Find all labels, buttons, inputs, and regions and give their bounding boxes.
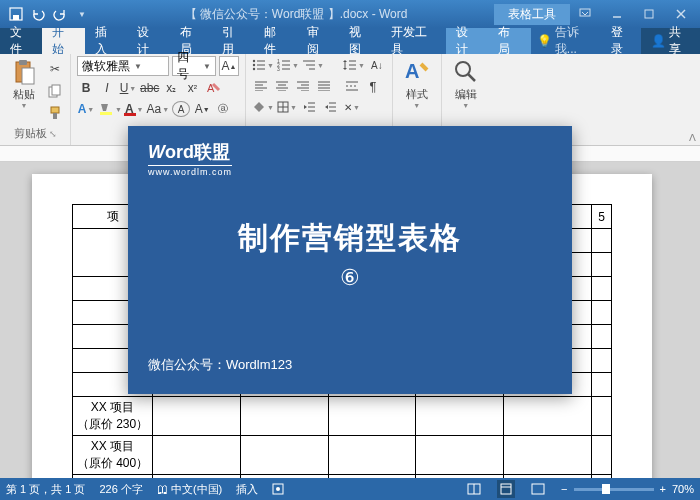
- table-row: XX 项目（原价 400）: [73, 436, 612, 475]
- align-right-icon[interactable]: [294, 77, 312, 95]
- subscript-button[interactable]: x₂: [162, 79, 180, 97]
- svg-text:3: 3: [277, 66, 280, 71]
- close-icon[interactable]: [666, 4, 696, 24]
- editing-button[interactable]: 编辑 ▼: [448, 56, 484, 111]
- svg-rect-16: [124, 113, 136, 116]
- status-words[interactable]: 226 个字: [99, 482, 142, 497]
- tab-references[interactable]: 引用: [212, 28, 254, 54]
- font-size-combo[interactable]: 四号▼: [172, 56, 216, 76]
- status-bar: 第 1 页，共 1 页 226 个字 🕮 中文(中国) 插入 − + 70%: [0, 478, 700, 500]
- superscript-button[interactable]: x²: [183, 79, 201, 97]
- macro-record-icon[interactable]: [272, 483, 284, 495]
- undo-icon[interactable]: [30, 6, 46, 22]
- underline-button[interactable]: U▼: [119, 79, 137, 97]
- tab-home[interactable]: 开始: [42, 28, 84, 54]
- clipboard-launcher-icon[interactable]: ⤡: [49, 129, 57, 139]
- highlight-icon[interactable]: ▼: [98, 100, 122, 118]
- shrink-font-icon[interactable]: A▼: [193, 100, 211, 118]
- numbering-icon[interactable]: 123▼: [277, 56, 299, 74]
- italic-button[interactable]: I: [98, 79, 116, 97]
- enclose-char-icon[interactable]: A: [172, 101, 190, 117]
- qat-dropdown-icon[interactable]: ▼: [74, 6, 90, 22]
- grow-font-icon[interactable]: A▲: [219, 56, 239, 76]
- shading-icon[interactable]: ▼: [252, 98, 274, 116]
- svg-rect-13: [53, 113, 57, 119]
- font-name-combo[interactable]: 微软雅黑▼: [77, 56, 169, 76]
- svg-rect-12: [51, 107, 59, 113]
- contextual-tab-label: 表格工具: [494, 4, 570, 25]
- tab-insert[interactable]: 插入: [85, 28, 127, 54]
- svg-line-66: [468, 74, 475, 81]
- view-web-icon[interactable]: [529, 480, 547, 498]
- bullets-icon[interactable]: ▼: [252, 56, 274, 74]
- zoom-out-button[interactable]: −: [561, 483, 567, 495]
- paste-button[interactable]: 粘贴 ▼: [6, 56, 42, 111]
- justify-icon[interactable]: [315, 77, 333, 95]
- change-case-button[interactable]: Aa▼: [147, 100, 170, 118]
- tell-me[interactable]: 💡告诉我...: [531, 28, 603, 54]
- tab-file[interactable]: 文件: [0, 28, 42, 54]
- font-color-icon[interactable]: A▼: [125, 100, 144, 118]
- redo-icon[interactable]: [52, 6, 68, 22]
- table-row: XX 项目（原价 230）: [73, 397, 612, 436]
- tab-table-layout[interactable]: 布局: [488, 28, 530, 54]
- maximize-icon[interactable]: [634, 4, 664, 24]
- minimize-icon[interactable]: [602, 4, 632, 24]
- svg-point-65: [456, 62, 470, 76]
- svg-text:A: A: [405, 60, 419, 82]
- tab-view[interactable]: 视图: [339, 28, 381, 54]
- tab-mailings[interactable]: 邮件: [254, 28, 296, 54]
- strikethrough-button[interactable]: abc: [140, 79, 159, 97]
- svg-point-19: [253, 64, 255, 66]
- zoom-slider[interactable]: [574, 488, 654, 491]
- format-painter-icon[interactable]: [46, 104, 64, 122]
- styles-button[interactable]: A 样式 ▼: [399, 56, 435, 111]
- text-effects-icon[interactable]: A▼: [77, 100, 95, 118]
- distributed-icon[interactable]: [343, 77, 361, 95]
- tab-table-design[interactable]: 设计: [446, 28, 488, 54]
- align-center-icon[interactable]: [273, 77, 291, 95]
- zoom-control: − + 70%: [561, 483, 694, 495]
- zoom-in-button[interactable]: +: [660, 483, 666, 495]
- share-button[interactable]: 👤共享: [641, 28, 700, 54]
- copy-icon[interactable]: [46, 82, 64, 100]
- show-marks-icon[interactable]: ¶: [364, 77, 382, 95]
- clear-format-icon[interactable]: A: [204, 79, 222, 97]
- sort-icon[interactable]: A↓: [368, 56, 386, 74]
- login-button[interactable]: 登录: [603, 28, 641, 54]
- increase-indent-icon[interactable]: [321, 98, 339, 116]
- paste-icon: [10, 58, 38, 86]
- view-read-icon[interactable]: [465, 480, 483, 498]
- phonetic-guide-icon[interactable]: ⓐ: [214, 100, 232, 118]
- status-insert[interactable]: 插入: [236, 482, 258, 497]
- decrease-indent-icon[interactable]: [300, 98, 318, 116]
- bulb-icon: 💡: [537, 34, 552, 48]
- bold-button[interactable]: B: [77, 79, 95, 97]
- multilevel-list-icon[interactable]: ▼: [302, 56, 324, 74]
- view-print-icon[interactable]: [497, 480, 515, 498]
- status-lang[interactable]: 🕮 中文(中国): [157, 482, 222, 497]
- collapse-ribbon-icon[interactable]: ᐱ: [689, 132, 696, 143]
- zoom-level[interactable]: 70%: [672, 483, 694, 495]
- overlay-logo: Word联盟 www.wordlm.com: [148, 140, 552, 178]
- svg-rect-4: [645, 10, 653, 18]
- svg-point-68: [276, 487, 280, 491]
- ribbon-options-icon[interactable]: [570, 4, 600, 24]
- cut-icon[interactable]: ✂: [46, 60, 64, 78]
- tab-review[interactable]: 审阅: [297, 28, 339, 54]
- svg-rect-71: [501, 484, 511, 494]
- clipboard-group: 粘贴 ▼ ✂ 剪贴板⤡: [0, 54, 71, 145]
- overlay-banner: Word联盟 www.wordlm.com 制作营销型表格 ⑥ 微信公众号：Wo…: [128, 126, 572, 394]
- save-icon[interactable]: [8, 6, 24, 22]
- tab-dev[interactable]: 开发工具: [381, 28, 446, 54]
- overlay-number: ⑥: [148, 265, 552, 291]
- quick-access-toolbar: ▼: [0, 6, 98, 22]
- styles-icon: A: [403, 58, 431, 86]
- tab-design[interactable]: 设计: [127, 28, 169, 54]
- char-scale-icon[interactable]: ✕▼: [343, 98, 361, 116]
- overlay-title: 制作营销型表格: [148, 218, 552, 259]
- borders-icon[interactable]: ▼: [277, 98, 297, 116]
- align-left-icon[interactable]: [252, 77, 270, 95]
- line-spacing-icon[interactable]: ▼: [343, 56, 365, 74]
- status-page[interactable]: 第 1 页，共 1 页: [6, 482, 85, 497]
